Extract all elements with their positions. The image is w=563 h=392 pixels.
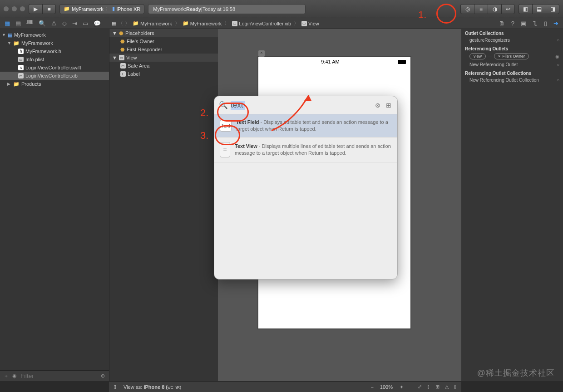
resolve-icon[interactable]: △ [445, 384, 449, 390]
zoom-icon[interactable] [20, 6, 25, 11]
view-icon: ▭ [119, 55, 124, 60]
standard-editor-button[interactable]: ≡ [474, 4, 488, 14]
related-items-icon[interactable]: ▦ [112, 20, 116, 26]
navigator-tabs[interactable]: ▦ ▤ ᚙ 🔍 ⚠ ◇ ⇥ ▭ 💬 [0, 18, 109, 29]
navigator-filter-input[interactable] [20, 372, 97, 379]
add-icon[interactable]: ＋ [4, 372, 9, 379]
device-time: 9:41 AM [321, 59, 339, 64]
pin-icon[interactable]: ⊞ [435, 384, 440, 390]
insp-gesture-row[interactable]: gestureRecognizers [469, 38, 510, 43]
zoom-in-button[interactable]: ＋ [399, 383, 404, 390]
connections-inspector-icon[interactable]: ➔ [553, 20, 558, 27]
outline-files-owner[interactable]: File's Owner [127, 39, 154, 44]
file-swift[interactable]: LoginViewController.swift [25, 65, 81, 70]
zoom-out-button[interactable]: − [370, 384, 373, 390]
project-navigator: ▼▦MyFramework ▼📁MyFramework hMyFramework… [0, 29, 109, 381]
connections-inspector: Outlet Collections gestureRecognizers○ R… [461, 29, 563, 381]
interface-builder-canvas[interactable]: × 9:41 AM 🔍 ⊗ ⊞ Text Text Field - Displa… [218, 29, 461, 381]
view-as-label[interactable]: View as: iPhone 8 (wC hR) [123, 384, 181, 390]
toggle-debug-button[interactable]: ⬓ [532, 4, 546, 14]
attributes-inspector-icon[interactable]: ⇅ [533, 20, 538, 27]
insp-connection-view[interactable]: view — ×File's Owner ◉ [461, 52, 563, 61]
help-inspector-icon[interactable]: ? [511, 20, 514, 27]
version-editor-button[interactable]: ↩ [501, 4, 515, 14]
outlet-circle-icon[interactable]: ○ [557, 62, 559, 67]
jump-bar[interactable]: ▦ 〈〉 📁MyFramework〉 📁MyFramework〉 ▭LoginV… [109, 18, 461, 29]
reports-nav-icon[interactable]: 💬 [94, 20, 101, 27]
outline-view[interactable]: View [126, 55, 137, 60]
library-item-text-view[interactable]: ≣ Text View - Displays multiple lines of… [214, 137, 397, 162]
watermark: @稀土掘金技术社区 [477, 368, 555, 378]
folder-icon: 📁 [13, 40, 20, 46]
file-xib[interactable]: LoginViewController.xib [25, 73, 78, 78]
project-nav-icon[interactable]: ▦ [5, 20, 10, 27]
project-root[interactable]: MyFramework [14, 32, 46, 38]
source-control-nav-icon[interactable]: ▤ [15, 20, 21, 27]
outlet-filled-icon[interactable]: ◉ [555, 54, 559, 59]
zoom-level[interactable]: 100% [380, 384, 393, 390]
insp-ref-out-coll: Referencing Outlet Collections [461, 69, 563, 77]
outlet-circle-icon[interactable]: ○ [557, 78, 559, 83]
insp-new-ref[interactable]: New Referencing Outlet [469, 62, 518, 67]
toggle-inspector-button[interactable]: ◨ [546, 4, 559, 14]
folder-icon: 📁 [13, 81, 20, 87]
find-nav-icon[interactable]: 🔍 [39, 20, 46, 27]
scheme-selector[interactable]: 📁 MyFramework 〉 ▮ iPhone XR [59, 4, 144, 14]
size-inspector-icon[interactable]: ▯ [544, 20, 547, 27]
inspector-tabs[interactable]: 🗎 ? ▣ ⇅ ▯ ➔ [461, 18, 563, 29]
lib-item-desc: - Displays multiple lines of editable te… [235, 143, 391, 156]
library-search-input[interactable] [231, 101, 371, 110]
minimize-icon[interactable] [12, 6, 17, 11]
file-info-plist[interactable]: Info.plist [25, 57, 44, 62]
editor-mode-group: ◎ ≡ ◑ ↩ [460, 4, 515, 14]
recent-filter-icon[interactable]: ⊕ [101, 373, 105, 379]
filter-scope-icon[interactable]: ◉ [12, 373, 17, 379]
outline-placeholders[interactable]: Placeholders [125, 30, 154, 36]
file-inspector-icon[interactable]: 🗎 [499, 20, 505, 27]
stack-icon[interactable]: ⫿ [454, 384, 457, 390]
clear-search-icon[interactable]: ⊗ [374, 102, 382, 109]
header-file-icon: h [18, 49, 24, 54]
status-prefix: MyFramework: [153, 6, 186, 12]
placeholders-cube-icon: ⬣ [119, 30, 123, 36]
safe-area-icon: ▭ [120, 63, 126, 69]
canvas-bottom-bar: ▯ View as: iPhone 8 (wC hR) − 100% ＋ ⤢ ⫿… [109, 381, 461, 392]
insp-outlet-collections: Outlet Collections [461, 29, 563, 37]
close-icon[interactable] [4, 6, 9, 11]
device-config-icon[interactable]: ▯ [114, 384, 116, 390]
group-myframework[interactable]: MyFramework [21, 40, 53, 46]
library-item-text-field[interactable]: Text Text Field - Displays editable text… [214, 114, 397, 137]
plist-file-icon: ▭ [18, 57, 24, 62]
device-status-bar: 9:41 AM [258, 57, 410, 66]
insp-new-ref-coll[interactable]: New Referencing Outlet Collection [469, 78, 539, 83]
file-header[interactable]: MyFramework.h [25, 49, 61, 54]
xcode-project-icon: ▦ [8, 32, 12, 38]
group-products[interactable]: Products [21, 81, 41, 87]
tests-nav-icon[interactable]: ◇ [62, 20, 67, 27]
search-icon: 🔍 [219, 101, 228, 109]
issues-nav-icon[interactable]: ⚠ [51, 20, 57, 27]
breakpoints-nav-icon[interactable]: ▭ [83, 20, 88, 27]
folder-icon: 📁 [64, 6, 70, 12]
align-icon[interactable]: ⫿ [427, 384, 430, 390]
toggle-navigator-button[interactable]: ◧ [519, 4, 532, 14]
outline-safe-area[interactable]: Safe Area [128, 63, 149, 69]
embed-icon[interactable]: ⤢ [418, 384, 422, 390]
titlebar: ▶ ■ 📁 MyFramework 〉 ▮ iPhone XR MyFramew… [0, 0, 563, 18]
outline-first-responder[interactable]: First Responder [127, 47, 162, 52]
close-preview-button[interactable]: × [258, 50, 265, 57]
window-traffic-lights[interactable] [4, 6, 25, 11]
lib-item-desc: - Displays editable text and sends an ac… [236, 119, 388, 132]
run-stop-group: ▶ ■ [29, 4, 56, 14]
debug-nav-icon[interactable]: ⇥ [72, 20, 77, 27]
activity-status: MyFramework: Ready | Today at 16:58 [148, 4, 306, 14]
grid-view-icon[interactable]: ⊞ [385, 102, 393, 109]
stop-button[interactable]: ■ [42, 4, 56, 14]
outlet-circle-icon[interactable]: ○ [557, 38, 559, 43]
outline-label[interactable]: Label [128, 71, 140, 77]
run-button[interactable]: ▶ [29, 4, 42, 14]
library-button[interactable]: ◎ [460, 4, 474, 14]
assistant-editor-button[interactable]: ◑ [488, 4, 501, 14]
identity-inspector-icon[interactable]: ▣ [521, 20, 526, 27]
symbols-nav-icon[interactable]: ᚙ [26, 20, 33, 27]
